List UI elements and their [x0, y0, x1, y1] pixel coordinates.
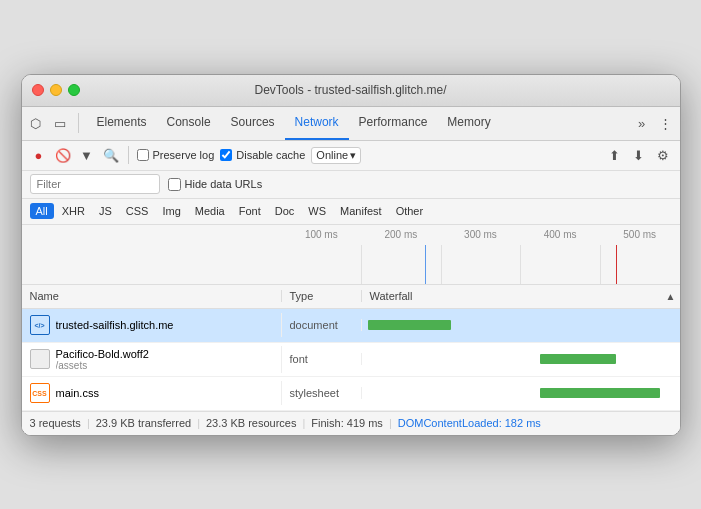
- row-name-3: CSS main.css: [22, 381, 282, 405]
- resource-tab-font[interactable]: Font: [233, 203, 267, 219]
- status-resources: 23.3 KB resources: [206, 417, 297, 429]
- window-title: DevTools - trusted-sailfish.glitch.me/: [254, 83, 446, 97]
- row-type-2: font: [282, 353, 362, 365]
- more-tabs-button[interactable]: »: [632, 113, 652, 133]
- header-type-label: Type: [290, 290, 314, 302]
- disable-cache-input[interactable]: [220, 149, 232, 161]
- row-type-1: document: [282, 319, 362, 331]
- header-name[interactable]: Name: [22, 290, 282, 302]
- dropdown-arrow: ▾: [350, 149, 356, 162]
- filter-input[interactable]: [30, 174, 160, 194]
- status-requests: 3 requests: [30, 417, 81, 429]
- tab-elements[interactable]: Elements: [87, 106, 157, 140]
- grid-line-4: [600, 245, 601, 284]
- row-name-text-3: main.css: [56, 387, 273, 399]
- disable-cache-label: Disable cache: [236, 149, 305, 161]
- record-button[interactable]: ●: [30, 146, 48, 164]
- header-waterfall-label: Waterfall: [370, 290, 413, 302]
- resource-tab-js[interactable]: JS: [93, 203, 118, 219]
- nav-tabs: ⬡ ▭ Elements Console Sources Network Per…: [22, 107, 680, 141]
- row-filename-3: main.css: [56, 387, 99, 399]
- devtools-menu-button[interactable]: ⋮: [656, 113, 676, 133]
- status-sep-2: |: [197, 417, 200, 429]
- table-header: Name Type Waterfall ▲: [22, 285, 680, 309]
- minimize-button[interactable]: [50, 84, 62, 96]
- grid-line-3: [520, 245, 521, 284]
- header-type[interactable]: Type: [282, 290, 362, 302]
- status-bar: 3 requests | 23.9 KB transferred | 23.3 …: [22, 411, 680, 435]
- clear-button[interactable]: 🚫: [54, 146, 72, 164]
- tab-console[interactable]: Console: [157, 106, 221, 140]
- disable-cache-checkbox[interactable]: Disable cache: [220, 149, 305, 161]
- table-row[interactable]: Pacifico-Bold.woff2 /assets font: [22, 343, 680, 377]
- resource-tab-all[interactable]: All: [30, 203, 54, 219]
- header-name-label: Name: [30, 290, 59, 302]
- settings-icon[interactable]: ⚙: [654, 146, 672, 164]
- nav-icons: ⬡ ▭: [26, 113, 79, 133]
- waterfall-bar-2: [540, 354, 616, 364]
- title-bar: DevTools - trusted-sailfish.glitch.me/: [22, 75, 680, 107]
- hide-urls-checkbox[interactable]: Hide data URLs: [168, 178, 263, 191]
- maximize-button[interactable]: [68, 84, 80, 96]
- resource-tab-css[interactable]: CSS: [120, 203, 155, 219]
- label-300ms: 300 ms: [441, 229, 521, 245]
- status-transferred: 23.9 KB transferred: [96, 417, 191, 429]
- row-waterfall-1: [362, 309, 680, 342]
- upload-icon[interactable]: ⬆: [606, 146, 624, 164]
- header-waterfall[interactable]: Waterfall ▲: [362, 290, 680, 302]
- row-name-text-2: Pacifico-Bold.woff2 /assets: [56, 348, 273, 371]
- row-name-1: </> trusted-sailfish.glitch.me: [22, 313, 282, 337]
- timeline-area: 100 ms 200 ms 300 ms 400 ms 500 ms: [282, 225, 680, 284]
- download-icon[interactable]: ⬇: [630, 146, 648, 164]
- preserve-log-checkbox[interactable]: Preserve log: [137, 149, 215, 161]
- filter-icon[interactable]: ▼: [78, 146, 96, 164]
- close-button[interactable]: [32, 84, 44, 96]
- row-name-2: Pacifico-Bold.woff2 /assets: [22, 346, 282, 373]
- row-filename-2: Pacifico-Bold.woff2: [56, 348, 149, 360]
- resource-tab-xhr[interactable]: XHR: [56, 203, 91, 219]
- cursor-icon[interactable]: ⬡: [26, 113, 46, 133]
- status-domcontent[interactable]: DOMContentLoaded: 182 ms: [398, 417, 541, 429]
- devtools-window: DevTools - trusted-sailfish.glitch.me/ ⬡…: [21, 74, 681, 436]
- dom-content-loaded-line: [425, 245, 426, 284]
- row-type-3: stylesheet: [282, 387, 362, 399]
- table-body: </> trusted-sailfish.glitch.me document …: [22, 309, 680, 411]
- label-400ms: 400 ms: [520, 229, 600, 245]
- status-sep-1: |: [87, 417, 90, 429]
- tab-network[interactable]: Network: [285, 106, 349, 140]
- resource-tab-media[interactable]: Media: [189, 203, 231, 219]
- traffic-lights: [32, 84, 80, 96]
- row-filename-1: trusted-sailfish.glitch.me: [56, 319, 174, 331]
- row-waterfall-2: [362, 343, 680, 376]
- search-icon[interactable]: 🔍: [102, 146, 120, 164]
- status-finish: Finish: 419 ms: [311, 417, 383, 429]
- filter-bar: Hide data URLs: [22, 171, 680, 199]
- row-waterfall-3: [362, 377, 680, 410]
- toolbar-separator-1: [128, 146, 129, 164]
- tab-sources[interactable]: Sources: [221, 106, 285, 140]
- resource-tab-doc[interactable]: Doc: [269, 203, 301, 219]
- tab-memory[interactable]: Memory: [437, 106, 500, 140]
- waterfall-bar-1: [368, 320, 451, 330]
- row-icon-3: CSS: [30, 383, 50, 403]
- toolbar: ● 🚫 ▼ 🔍 Preserve log Disable cache Onlin…: [22, 141, 680, 171]
- nav-more: » ⋮: [632, 113, 676, 133]
- hide-urls-input[interactable]: [168, 178, 181, 191]
- row-subpath-2: /assets: [56, 360, 273, 371]
- preserve-log-input[interactable]: [137, 149, 149, 161]
- sort-arrow-icon: ▲: [666, 291, 676, 302]
- resource-tab-manifest[interactable]: Manifest: [334, 203, 388, 219]
- table-row[interactable]: CSS main.css stylesheet: [22, 377, 680, 411]
- preserve-log-label: Preserve log: [153, 149, 215, 161]
- resource-tab-other[interactable]: Other: [390, 203, 430, 219]
- grid-line-2: [441, 245, 442, 284]
- label-100ms: 100 ms: [282, 229, 362, 245]
- timeline-grid: [282, 245, 680, 284]
- resource-tab-ws[interactable]: WS: [302, 203, 332, 219]
- online-dropdown[interactable]: Online ▾: [311, 147, 361, 164]
- tab-performance[interactable]: Performance: [349, 106, 438, 140]
- device-icon[interactable]: ▭: [50, 113, 70, 133]
- table-row[interactable]: </> trusted-sailfish.glitch.me document: [22, 309, 680, 343]
- resource-tab-img[interactable]: Img: [156, 203, 186, 219]
- waterfall-bar-3: [540, 388, 661, 398]
